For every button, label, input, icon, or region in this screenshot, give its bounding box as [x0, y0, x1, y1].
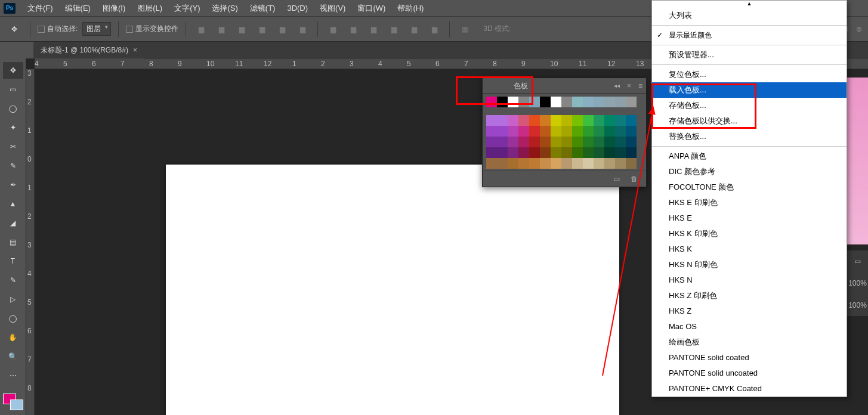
canvas[interactable] [166, 165, 619, 415]
align-top-icon[interactable]: ▆ [193, 22, 209, 36]
swatch[interactable] [497, 126, 508, 137]
swatch[interactable] [540, 158, 551, 169]
menu-swatch-library[interactable]: PANTONE+ CMYK Coated [652, 381, 847, 397]
swatch[interactable] [615, 147, 626, 158]
swatch[interactable] [551, 126, 561, 137]
swatch[interactable] [615, 97, 626, 107]
swatch[interactable] [615, 158, 626, 169]
background-color[interactable] [10, 399, 23, 410]
swatch[interactable] [518, 126, 529, 137]
menu-save-swatches-exchange[interactable]: 存储色板以供交换... [652, 113, 847, 129]
menu-reset-swatches[interactable]: 复位色板... [652, 67, 847, 82]
swatch[interactable] [561, 158, 572, 169]
swatch[interactable] [594, 158, 604, 169]
swatch[interactable] [529, 147, 540, 158]
align-hc-icon[interactable]: ▆ [274, 22, 290, 36]
swatch[interactable] [583, 126, 594, 137]
swatch[interactable] [486, 97, 497, 107]
swatch[interactable] [626, 126, 637, 137]
menu-window[interactable]: 窗口(W) [351, 0, 391, 17]
swatch[interactable] [594, 147, 604, 158]
menu-big-list[interactable]: 大列表 [652, 8, 847, 23]
swatch[interactable] [626, 97, 637, 107]
hand-tool[interactable]: ✋ [3, 329, 23, 346]
swatch[interactable] [551, 115, 561, 126]
menu-swatch-library[interactable]: 绘画色板 [652, 335, 847, 350]
swatch[interactable] [572, 126, 583, 137]
panel-menu-icon[interactable]: ≡ [635, 82, 646, 90]
menu-swatch-library[interactable]: PANTONE solid coated [652, 350, 847, 366]
swatches-tab[interactable]: 色板 [506, 78, 535, 94]
swatch[interactable] [615, 126, 626, 137]
swatch[interactable] [561, 115, 572, 126]
delete-swatch-icon[interactable]: 🗑 [629, 175, 639, 183]
eyedropper-tool[interactable]: ✎ [3, 157, 23, 174]
align-left-icon[interactable]: ▆ [254, 22, 270, 36]
swatch[interactable] [497, 158, 508, 169]
swatch[interactable] [497, 147, 508, 158]
eraser-tool[interactable]: ◢ [3, 215, 23, 231]
document-tab[interactable]: 未标题-1 @ 100%(RGB/8#) × [33, 42, 144, 58]
mini-icon[interactable]: ▭ [854, 257, 861, 265]
menu-file[interactable]: 文件(F) [21, 0, 59, 17]
menu-help[interactable]: 帮助(H) [391, 0, 430, 17]
swatch[interactable] [529, 126, 540, 137]
new-swatch-icon[interactable]: ▭ [611, 175, 621, 183]
align-mid-icon[interactable]: ▆ [214, 22, 229, 36]
swatch[interactable] [594, 126, 604, 137]
close-tab-icon[interactable]: × [133, 42, 137, 58]
show-transform-toggle[interactable]: 显示变换控件 [126, 24, 178, 34]
align-bot-icon[interactable]: ▆ [234, 22, 249, 36]
menu-filter[interactable]: 滤镜(T) [244, 0, 282, 17]
magic-wand-tool[interactable]: ✦ [3, 119, 23, 136]
swatch[interactable] [518, 147, 529, 158]
zoom-tool[interactable]: 🔍 [3, 348, 23, 365]
menu-swatch-library[interactable]: FOCOLTONE 颜色 [652, 179, 847, 195]
menu-swatch-library[interactable]: HKS E [652, 210, 847, 226]
brush-tool[interactable]: ✒ [3, 176, 23, 193]
swatch[interactable] [497, 115, 508, 126]
menu-select[interactable]: 选择(S) [206, 0, 243, 17]
menu-swatch-library[interactable]: PANTONE solid uncoated [652, 366, 847, 381]
swatch[interactable] [626, 137, 637, 147]
swatch[interactable] [518, 115, 529, 126]
swatch[interactable] [572, 158, 583, 169]
clone-stamp-tool[interactable]: ▲ [3, 196, 23, 212]
auto-select-dropdown[interactable]: 图层 [82, 22, 111, 36]
gradient-tool[interactable]: ▤ [3, 234, 23, 250]
swatch[interactable] [518, 97, 529, 107]
menu-swatch-library[interactable]: HKS N [652, 272, 847, 288]
menu-swatch-library[interactable]: HKS N 印刷色 [652, 257, 847, 272]
swatch[interactable] [486, 158, 497, 169]
dist-h-icon[interactable]: ▆ [406, 22, 422, 36]
swatch[interactable] [529, 137, 540, 147]
swatch[interactable] [540, 137, 551, 147]
swatch[interactable] [508, 158, 518, 169]
swatch[interactable] [604, 158, 615, 169]
swatch[interactable] [508, 137, 518, 147]
swatch[interactable] [508, 115, 518, 126]
swatch[interactable] [529, 97, 540, 107]
swatch[interactable] [561, 97, 572, 107]
menu-edit[interactable]: 编辑(E) [59, 0, 97, 17]
dist-bot-icon[interactable]: ▆ [366, 22, 381, 36]
menu-preset-manager[interactable]: 预设管理器... [652, 47, 847, 63]
crop-tool[interactable]: ✂ [3, 138, 23, 155]
swatch[interactable] [551, 97, 561, 107]
type-tool[interactable]: T [3, 253, 23, 270]
swatch[interactable] [604, 97, 615, 107]
swatch[interactable] [572, 137, 583, 147]
swatch[interactable] [540, 97, 551, 107]
swatch[interactable] [540, 126, 551, 137]
swatch[interactable] [508, 97, 518, 107]
swatch[interactable] [572, 147, 583, 158]
swatch[interactable] [615, 115, 626, 126]
swatch[interactable] [486, 137, 497, 147]
swatch[interactable] [572, 115, 583, 126]
menu-replace-swatches[interactable]: 替换色板... [652, 129, 847, 144]
menu-save-swatches[interactable]: 存储色板... [652, 98, 847, 113]
swatch[interactable] [626, 115, 637, 126]
close-panel-icon[interactable]: × [623, 82, 635, 90]
menu-3d[interactable]: 3D(D) [281, 0, 314, 17]
swatch[interactable] [626, 158, 637, 169]
